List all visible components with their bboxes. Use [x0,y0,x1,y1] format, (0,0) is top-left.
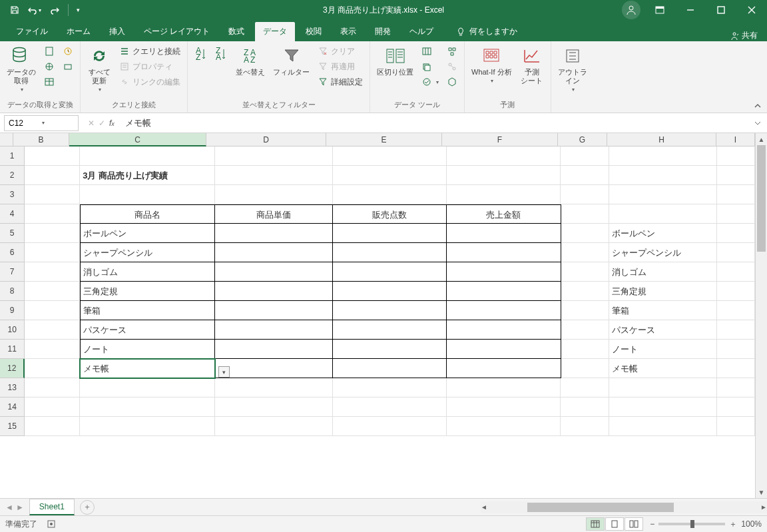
cell-E11[interactable] [333,340,447,359]
cell-I10[interactable] [717,320,755,340]
cell-G4[interactable] [561,204,610,224]
cell-B12[interactable] [25,359,80,378]
macro-record-button[interactable] [47,519,56,529]
row-header-13[interactable]: 13 [0,378,25,398]
sheet-tab[interactable]: Sheet1 [29,499,75,515]
cell-E6[interactable] [333,243,447,262]
tab-data[interactable]: データ [255,22,295,41]
edit-links-button[interactable]: リンクの編集 [117,75,183,89]
redo-button[interactable] [45,1,64,19]
sort-desc-button[interactable]: ZA [212,44,230,65]
cell-G10[interactable] [561,320,610,340]
tab-formulas[interactable]: 数式 [220,22,252,41]
cell-D8[interactable] [215,282,333,301]
cell-E4[interactable]: 販売点数 [333,204,447,224]
column-header-C[interactable]: C [69,133,206,146]
filter-button[interactable]: フィルター [270,44,312,78]
tab-page-layout[interactable]: ページ レイアウト [136,22,218,41]
row-header-1[interactable]: 1 [0,146,25,166]
cell-B13[interactable] [25,378,80,398]
cell-G13[interactable] [561,378,609,398]
row-header-6[interactable]: 6 [0,243,25,262]
normal-view-button[interactable] [586,517,605,531]
cell-H15[interactable] [609,417,716,436]
cell-C8[interactable]: 三角定規 [80,282,215,301]
data-validation-button[interactable]: ▾ [419,75,441,89]
page-layout-view-button[interactable] [605,517,624,531]
row-header-4[interactable]: 4 [0,204,25,224]
cell-C5[interactable]: ボールペン [80,224,215,243]
reapply-button[interactable]: 再適用 [315,59,366,74]
cell-C7[interactable]: 消しゴム [80,262,215,282]
cell-D6[interactable] [215,243,333,262]
fx-button[interactable]: fx [109,119,115,128]
cell-C10[interactable]: パスケース [80,320,215,340]
cell-H3[interactable] [609,185,716,204]
column-header-I[interactable]: I [716,133,755,146]
new-sheet-button[interactable]: ＋ [80,500,95,515]
cell-F1[interactable] [447,146,561,166]
undo-button[interactable]: ▾ [25,1,44,19]
zoom-out-button[interactable]: − [650,519,654,529]
queries-button[interactable]: クエリと接続 [117,44,183,59]
cell-D11[interactable] [215,340,333,359]
cell-B8[interactable] [25,282,80,301]
cell-G14[interactable] [561,398,609,417]
row-header-15[interactable]: 15 [0,417,25,436]
cell-I9[interactable] [717,301,755,320]
cell-E1[interactable] [333,146,447,166]
row-header-10[interactable]: 10 [0,320,25,340]
cell-I3[interactable] [717,185,755,204]
cell-C11[interactable]: ノート [80,340,215,359]
sheet-nav-next[interactable]: ► [16,503,24,512]
cancel-formula-button[interactable]: ✕ [88,119,95,128]
cell-H8[interactable]: 三角定規 [609,282,716,301]
row-header-8[interactable]: 8 [0,282,25,301]
ribbon-display-button[interactable] [644,0,675,20]
from-web-button[interactable] [41,59,57,74]
from-table-button[interactable] [41,75,57,89]
data-model-button[interactable] [444,75,460,89]
cell-D14[interactable] [215,398,333,417]
recent-sources-button[interactable] [60,44,76,59]
column-header-F[interactable]: F [442,133,558,146]
row-header-7[interactable]: 7 [0,262,25,282]
cell-I11[interactable] [717,340,755,359]
cell-I4[interactable] [717,204,755,224]
select-all-button[interactable] [0,133,13,146]
cell-B4[interactable] [25,204,80,224]
cell-F14[interactable] [447,398,561,417]
flash-fill-button[interactable] [419,44,441,59]
cell-C14[interactable] [80,398,215,417]
cell-B9[interactable] [25,301,80,320]
row-header-5[interactable]: 5 [0,224,25,243]
cell-B15[interactable] [25,417,80,436]
text-to-columns-button[interactable]: 区切り位置 [374,44,416,78]
cell-H9[interactable]: 筆箱 [609,301,716,320]
cell-F4[interactable]: 売上金額 [447,204,561,224]
cell-I6[interactable] [717,243,755,262]
cell-D9[interactable] [215,301,333,320]
cell-C12[interactable]: メモ帳 [80,359,215,378]
cell-H4[interactable] [609,204,716,224]
cell-H14[interactable] [609,398,716,417]
column-header-D[interactable]: D [206,133,326,146]
cell-B11[interactable] [25,340,80,359]
cell-H11[interactable]: ノート [609,340,716,359]
cell-B3[interactable] [25,185,80,204]
cell-E12[interactable] [333,359,447,378]
cell-C3[interactable] [80,185,215,204]
cell-I12[interactable] [717,359,755,378]
cell-F6[interactable] [447,243,561,262]
cell-B1[interactable] [25,146,80,166]
cell-C4[interactable]: 商品名 [80,204,215,224]
horizontal-scrollbar[interactable]: ◄ ► [481,501,767,513]
cell-H12[interactable]: メモ帳 [609,359,716,378]
expand-formula-bar[interactable] [748,119,767,127]
cell-E7[interactable] [333,262,447,282]
cell-C6[interactable]: シャープペンシル [80,243,215,262]
scroll-up-button[interactable]: ▲ [756,133,767,145]
row-header-14[interactable]: 14 [0,398,25,417]
cell-D1[interactable] [215,146,333,166]
cell-G15[interactable] [561,417,609,436]
